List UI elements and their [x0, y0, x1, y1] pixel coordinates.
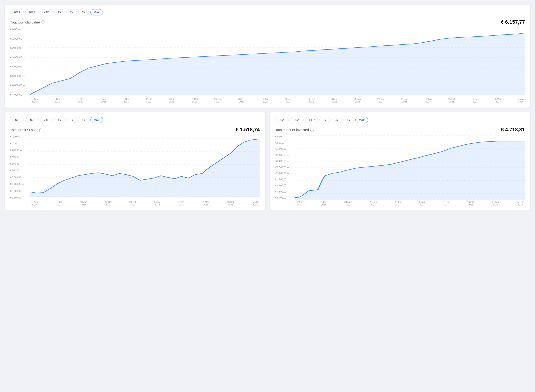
- filter-max[interactable]: Max: [90, 9, 103, 15]
- bottom-row: 2022 2023 YTD 1Y 3Y 5Y Max Total profit …: [5, 112, 530, 215]
- invested-chart-area: € 5.000,00 — € 4.500,00 — € 4.000,00 — €…: [275, 135, 525, 206]
- invested-value: € 4.718,31: [501, 127, 525, 133]
- portfolio-x-axis: 23 Aug2020 1 Nov2020 27 Dec2020 7 Mar202…: [30, 98, 525, 103]
- profit-title: Total profit / Loss i: [10, 128, 41, 132]
- invested-card: 2022 2023 YTD 1Y 3Y 5Y Max Total amount …: [270, 112, 531, 210]
- filter-1y[interactable]: 1Y: [54, 9, 65, 15]
- profit-filter-max[interactable]: Max: [90, 117, 103, 123]
- profit-info-icon[interactable]: i: [37, 128, 41, 131]
- profit-filter-ytd[interactable]: YTD: [40, 117, 53, 123]
- portfolio-info-icon[interactable]: i: [41, 20, 45, 24]
- invested-filter-1y[interactable]: 1Y: [319, 117, 330, 123]
- profit-filter-3y[interactable]: 3Y: [66, 117, 77, 123]
- portfolio-chart-area: € 7.000,00 — € 6.000,00 — € 5.000,00 — €…: [10, 28, 525, 103]
- profit-chart-area: € 1.600,00 — € 1.400,00 — € 1.200,00 — €…: [10, 135, 260, 206]
- invested-time-filter: 2022 2023 YTD 1Y 3Y 5Y Max: [275, 117, 525, 123]
- profit-svg-wrapper: [30, 135, 260, 200]
- invested-title: Total amount invested i: [275, 128, 314, 132]
- portfolio-chart-svg: [30, 28, 525, 97]
- invested-chart-svg: [295, 135, 525, 200]
- profit-filter-2023[interactable]: 2023: [25, 117, 39, 123]
- filter-2022[interactable]: 2022: [10, 9, 24, 15]
- profit-y-axis: € 1.600,00 — € 1.400,00 — € 1.200,00 — €…: [10, 135, 28, 199]
- invested-filter-2023[interactable]: 2023: [290, 117, 304, 123]
- invested-filter-max[interactable]: Max: [355, 117, 368, 123]
- filter-ytd[interactable]: YTD: [40, 9, 53, 15]
- profit-filter-5y[interactable]: 5Y: [78, 117, 89, 123]
- invested-filter-2022[interactable]: 2022: [275, 117, 289, 123]
- filter-2023[interactable]: 2023: [25, 9, 39, 15]
- portfolio-time-filter: 2022 2023 YTD 1Y 3Y 5Y Max: [10, 9, 525, 15]
- invested-info-icon[interactable]: i: [310, 128, 314, 131]
- profit-x-axis: 23 Aug2020 10 Jan2021 13 Jun2021 17 Oct2…: [30, 201, 260, 206]
- portfolio-header: Total portfolio value i € 6.157,77: [10, 19, 525, 25]
- profit-filter-1y[interactable]: 1Y: [54, 117, 65, 123]
- portfolio-svg-wrapper: [30, 28, 525, 97]
- profit-filter-2022[interactable]: 2022: [10, 117, 24, 123]
- profit-header: Total profit / Loss i € 1.518,74: [10, 127, 260, 133]
- invested-filter-5y[interactable]: 5Y: [343, 117, 354, 123]
- invested-y-axis: € 5.000,00 — € 4.500,00 — € 4.000,00 — €…: [275, 135, 294, 199]
- portfolio-card: 2022 2023 YTD 1Y 3Y 5Y Max Total portfol…: [5, 5, 530, 107]
- portfolio-y-axis: € 7.000,00 — € 6.000,00 — € 5.000,00 — €…: [10, 28, 28, 96]
- filter-3y[interactable]: 3Y: [66, 9, 77, 15]
- filter-5y[interactable]: 5Y: [78, 9, 89, 15]
- invested-header: Total amount invested i € 4.718,31: [275, 127, 525, 133]
- profit-card: 2022 2023 YTD 1Y 3Y 5Y Max Total profit …: [5, 112, 265, 210]
- invested-filter-ytd[interactable]: YTD: [305, 117, 318, 123]
- invested-filter-3y[interactable]: 3Y: [331, 117, 342, 123]
- invested-svg-wrapper: [295, 135, 525, 200]
- profit-chart-svg: [30, 135, 260, 200]
- invested-x-axis: 23 Aug2020 3 Jan2021 30 May2021 26 Sep20…: [295, 201, 525, 206]
- portfolio-title: Total portfolio value i: [10, 20, 45, 24]
- profit-value: € 1.518,74: [236, 127, 260, 133]
- portfolio-value: € 6.157,77: [501, 19, 525, 25]
- profit-time-filter: 2022 2023 YTD 1Y 3Y 5Y Max: [10, 117, 260, 123]
